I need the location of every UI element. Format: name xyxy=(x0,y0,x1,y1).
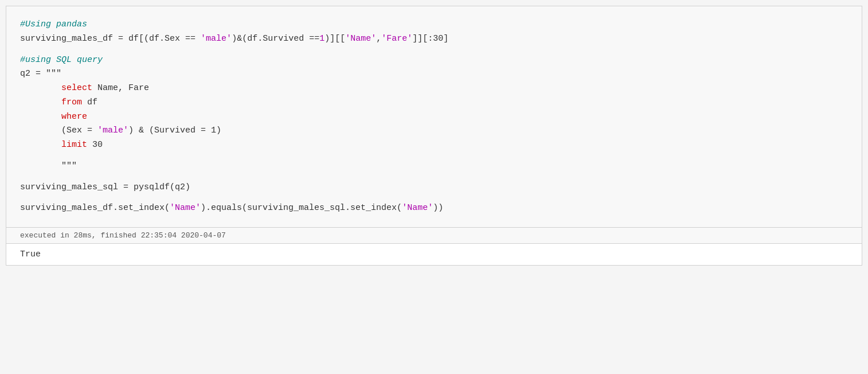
code-line: (Sex = 'male') & (Survived = 1) xyxy=(20,124,848,138)
code-line: #Using pandas xyxy=(20,18,848,32)
code-line: select Name, Fare xyxy=(20,81,848,96)
output-result: True xyxy=(6,244,862,265)
code-line: from df xyxy=(20,96,848,110)
code-line: surviving_males_sql = pysqldf(q2) xyxy=(20,181,848,195)
code-line: #using SQL query xyxy=(20,53,848,68)
code-area: #Using pandassurviving_males_df = df[(df… xyxy=(6,6,862,228)
code-line: surviving_males_df.set_index('Name').equ… xyxy=(20,201,848,216)
code-line: """ xyxy=(20,159,848,174)
code-line: surviving_males_df = df[(df.Sex == 'male… xyxy=(20,32,848,46)
notebook-cell: #Using pandassurviving_males_df = df[(df… xyxy=(6,6,862,266)
output-status: executed in 28ms, finished 22:35:04 2020… xyxy=(6,228,862,244)
code-line: q2 = """ xyxy=(20,67,848,81)
code-line xyxy=(20,174,848,181)
code-line xyxy=(20,194,848,201)
code-line xyxy=(20,46,848,53)
code-line: where xyxy=(20,110,848,124)
code-line xyxy=(20,153,848,159)
code-line: limit 30 xyxy=(20,138,848,153)
